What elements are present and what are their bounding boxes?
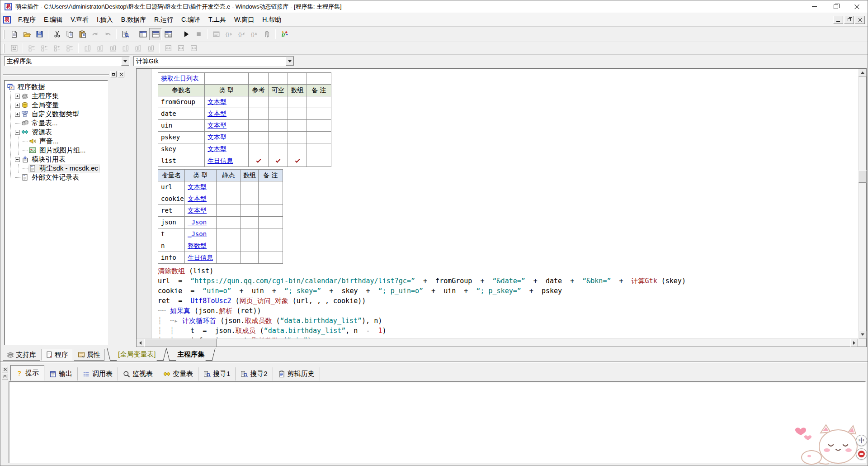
copy-button[interactable] [63, 28, 76, 40]
sheet-tab-1[interactable]: [全局变量表] [112, 348, 162, 361]
param-name-cell[interactable]: date [158, 108, 205, 120]
param-type-cell[interactable]: 文本型 [205, 132, 249, 143]
var-note-cell[interactable] [259, 228, 283, 240]
param-array-cell[interactable] [288, 96, 307, 108]
var-static-cell[interactable] [217, 240, 241, 252]
var-name-cell[interactable]: info [158, 252, 185, 264]
object-combo-dropdown-button[interactable] [121, 57, 129, 66]
tab-program[interactable]: 程序 [42, 349, 72, 361]
var-type-cell[interactable]: _Json [185, 228, 217, 240]
hint-output-area[interactable] [9, 381, 866, 463]
tab-property[interactable]: 属性 [74, 349, 104, 361]
output-tab-调用表[interactable]: 调用表 [78, 367, 118, 380]
minimize-button[interactable] [804, 0, 825, 13]
param-nullable-cell[interactable] [269, 132, 288, 143]
mdi-close-button[interactable] [855, 16, 865, 24]
param-name-cell[interactable]: pskey [158, 132, 205, 143]
method-combo-dropdown-button[interactable] [286, 57, 294, 66]
param-name-cell[interactable]: skey [158, 143, 205, 155]
function-name-cell[interactable]: 获取生日列表 [158, 73, 205, 85]
restore-button[interactable] [825, 0, 846, 13]
mdi-minimize-button[interactable] [833, 16, 843, 24]
menu-item-1[interactable]: F.程序 [14, 14, 40, 25]
var-name-cell[interactable]: json [158, 217, 185, 228]
var-name-cell[interactable]: ret [158, 205, 185, 217]
var-static-cell[interactable] [217, 193, 241, 205]
empty-cell[interactable] [269, 73, 288, 85]
tree-item-主程序集[interactable]: 主程序集 [5, 91, 108, 100]
empty-cell[interactable] [205, 73, 249, 85]
var-note-cell[interactable] [259, 205, 283, 217]
param-array-cell[interactable] [288, 143, 307, 155]
menu-item-4[interactable]: I.插入 [93, 14, 117, 25]
menu-item-3[interactable]: V.查看 [66, 14, 93, 25]
param-ref-cell[interactable] [249, 96, 269, 108]
var-name-cell[interactable]: n [158, 240, 185, 252]
var-name-cell[interactable]: cookie [158, 193, 185, 205]
var-note-cell[interactable] [259, 252, 283, 264]
param-note-cell[interactable] [307, 96, 331, 108]
expand-plus-icon[interactable] [15, 103, 20, 108]
editor-content[interactable]: 获取生日列表参数名类 型参考可空数组备 注fromGroup文本型date文本型… [152, 69, 858, 338]
param-note-cell[interactable] [307, 120, 331, 132]
output-tab-输出[interactable]: 输出 [44, 367, 78, 380]
var-array-cell[interactable] [241, 193, 259, 205]
new-file-button[interactable] [8, 28, 20, 40]
tree-item-萌尘sdk-mcsdk-ec[interactable]: 萌尘sdk - mcsdk.ec [5, 164, 108, 173]
var-array-cell[interactable] [241, 228, 259, 240]
tree-item-全局变量[interactable]: 全局变量 [5, 100, 108, 109]
window-split-left-button[interactable] [137, 28, 149, 40]
param-array-cell[interactable] [288, 155, 307, 167]
param-type-cell[interactable]: 文本型 [205, 108, 249, 120]
empty-cell[interactable] [249, 73, 269, 85]
vertical-scroll-thumb[interactable] [859, 170, 867, 183]
scroll-left-button[interactable] [137, 339, 144, 347]
var-type-cell[interactable]: 文本型 [185, 205, 217, 217]
tree-item-自定义数据类型[interactable]: 自定义数据类型 [5, 109, 108, 119]
vertical-scrollbar[interactable] [858, 69, 866, 338]
var-type-cell[interactable]: 生日信息 [185, 252, 217, 264]
save-file-button[interactable] [33, 28, 46, 40]
var-type-cell[interactable]: 整数型 [185, 240, 217, 252]
code-line-6[interactable]: ┆ ┄▸ 计次循环首 (json.取成员数 (“data.birthday_li… [158, 316, 686, 326]
var-type-cell[interactable]: 文本型 [185, 193, 217, 205]
output-tab-变量表[interactable]: 变量表 [158, 367, 198, 380]
output-float-button[interactable] [2, 374, 8, 380]
menu-item-2[interactable]: E.编辑 [40, 14, 66, 25]
panel-float-button[interactable] [110, 71, 117, 77]
param-name-cell[interactable]: uin [158, 120, 205, 132]
menu-item-10[interactable]: H.帮助 [258, 14, 285, 25]
support-library-button[interactable] [278, 28, 291, 40]
run-button[interactable] [179, 28, 192, 40]
menu-item-6[interactable]: R.运行 [150, 14, 177, 25]
var-type-cell[interactable]: _Json [185, 217, 217, 228]
output-close-button[interactable] [2, 366, 8, 372]
horizontal-scroll-thumb[interactable] [144, 339, 217, 347]
sheet-tab-2[interactable]: 主程序集 [171, 348, 211, 361]
paste-button[interactable] [76, 28, 89, 40]
var-array-cell[interactable] [241, 205, 259, 217]
expand-plus-icon[interactable] [15, 94, 20, 99]
tree-item-程序数据[interactable]: e程序数据 [5, 82, 108, 91]
empty-cell[interactable] [307, 73, 331, 85]
param-name-cell[interactable]: list [158, 155, 205, 167]
output-tab-提示[interactable]: ?提示 [10, 365, 44, 380]
param-note-cell[interactable] [307, 108, 331, 120]
tree-item-图片或图片组-[interactable]: 图片或图片组... [5, 146, 108, 155]
param-ref-cell[interactable] [249, 143, 269, 155]
var-array-cell[interactable] [241, 181, 259, 193]
ime-badge-red-dot[interactable] [856, 448, 867, 460]
scroll-right-button[interactable] [850, 339, 858, 347]
param-nullable-cell[interactable] [269, 143, 288, 155]
var-note-cell[interactable] [259, 181, 283, 193]
var-static-cell[interactable] [217, 228, 241, 240]
empty-cell[interactable] [288, 73, 307, 85]
code-line-7[interactable]: ┆ ┆ t = json.取成员 (“data.birthday_list”, … [158, 326, 686, 336]
menu-item-9[interactable]: W.窗口 [230, 14, 258, 25]
var-note-cell[interactable] [259, 193, 283, 205]
mdi-restore-button[interactable] [844, 16, 854, 24]
output-tab-搜寻1[interactable]: 搜寻1 [198, 367, 236, 380]
menu-item-5[interactable]: B.数据库 [117, 14, 150, 25]
expand-plus-icon[interactable] [15, 112, 20, 117]
toolbar-grip[interactable] [3, 30, 5, 39]
